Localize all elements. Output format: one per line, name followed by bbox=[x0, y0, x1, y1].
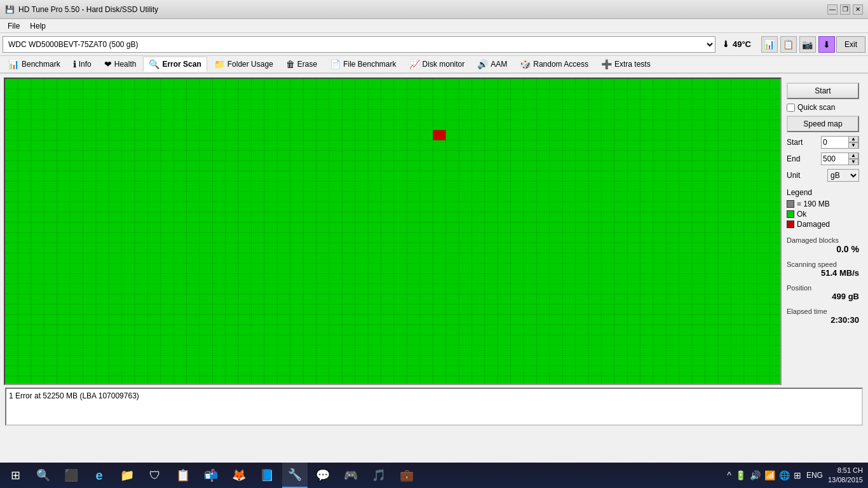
folder-usage-tab-label: Folder Usage bbox=[227, 60, 273, 69]
right-panel: Start Quick scan Speed map Start ▲ ▼ End bbox=[782, 78, 864, 385]
tab-health[interactable]: ❤ Health bbox=[98, 57, 142, 72]
tab-erase[interactable]: 🗑 Erase bbox=[280, 57, 323, 72]
taskbar: ⊞ 🔍 ⬛ e 📁 🛡 📋 📬 🦊 📘 🔧 💬 🎮 🎵 💼 ^ 🔋 🔊 📶 🌐 … bbox=[0, 463, 868, 488]
taskbar-media[interactable]: 🎵 bbox=[366, 463, 391, 488]
drive-select[interactable]: WDC WD5000BEVT-75ZAT0 (500 gB) bbox=[3, 36, 715, 53]
tab-info[interactable]: ℹ Info bbox=[67, 57, 97, 72]
health-tab-label: Health bbox=[114, 60, 137, 69]
tab-error-scan[interactable]: 🔍 Error Scan bbox=[143, 57, 207, 72]
end-value[interactable] bbox=[822, 153, 848, 165]
tray-globe[interactable]: 🌐 bbox=[779, 470, 790, 480]
taskbar-mail[interactable]: 📬 bbox=[198, 463, 224, 488]
menu-file[interactable]: File bbox=[3, 20, 25, 32]
end-label: End bbox=[787, 154, 800, 163]
start-value[interactable] bbox=[822, 137, 848, 148]
language-selector[interactable]: ENG bbox=[806, 471, 823, 480]
quick-scan-label: Quick scan bbox=[797, 103, 835, 112]
taskbar-search[interactable]: 🔍 bbox=[31, 463, 56, 488]
legend-title: Legend bbox=[787, 188, 859, 197]
tab-random-access[interactable]: 🎲 Random Access bbox=[514, 57, 594, 72]
tray-network[interactable]: 📶 bbox=[764, 470, 775, 480]
extra-tests-tab-label: Extra tests bbox=[614, 60, 651, 69]
error-log-entry: 1 Error at 52250 MB (LBA 107009763) bbox=[9, 391, 859, 400]
start-decrement[interactable]: ▼ bbox=[848, 142, 858, 149]
close-window-button[interactable]: ✕ bbox=[853, 4, 863, 15]
error-scan-tab-icon: 🔍 bbox=[149, 59, 159, 69]
start-button[interactable]: Start bbox=[787, 83, 859, 99]
legend-block-size: = 190 MB bbox=[787, 200, 859, 208]
toolbar-icon-3[interactable]: 📷 bbox=[799, 36, 816, 53]
tray-battery[interactable]: 🔋 bbox=[735, 470, 746, 480]
taskbar-defender[interactable]: 🛡 bbox=[142, 463, 168, 488]
benchmark-tab-icon: 📊 bbox=[8, 59, 19, 69]
taskbar-task-view[interactable]: ⬛ bbox=[58, 463, 84, 488]
tab-disk-monitor[interactable]: 📈 Disk monitor bbox=[403, 57, 471, 72]
taskbar-edge[interactable]: e bbox=[86, 463, 112, 488]
speed-map-button[interactable]: Speed map bbox=[787, 116, 859, 132]
info-tab-label: Info bbox=[79, 60, 92, 69]
taskbar-app7[interactable]: 📘 bbox=[254, 463, 280, 488]
folder-usage-tab-icon: 📁 bbox=[214, 59, 225, 69]
tab-benchmark[interactable]: 📊 Benchmark bbox=[3, 57, 66, 72]
toolbar-icon-1[interactable]: 📊 bbox=[761, 36, 778, 53]
system-tray: ^ 🔋 🔊 📶 🌐 ⊞ bbox=[727, 470, 801, 480]
tab-aam[interactable]: 🔊 AAM bbox=[471, 57, 513, 72]
end-increment[interactable]: ▲ bbox=[848, 152, 858, 159]
damaged-blocks-value: 0.0 % bbox=[787, 244, 859, 254]
error-log: 1 Error at 52250 MB (LBA 107009763) bbox=[5, 388, 863, 426]
end-decrement[interactable]: ▼ bbox=[848, 159, 858, 165]
legend-block-size-label: = 190 MB bbox=[797, 200, 830, 208]
tab-folder-usage[interactable]: 📁 Folder Usage bbox=[208, 57, 279, 72]
taskbar-app8[interactable]: 🔧 bbox=[282, 463, 308, 488]
elapsed-time-value: 2:30:30 bbox=[787, 315, 859, 325]
erase-tab-icon: 🗑 bbox=[286, 59, 295, 69]
disk-monitor-tab-icon: 📈 bbox=[409, 59, 420, 69]
aam-tab-label: AAM bbox=[491, 60, 507, 69]
elapsed-time-section: Elapsed time 2:30:30 bbox=[787, 308, 859, 325]
system-clock[interactable]: 8:51 CH 13/08/2015 bbox=[828, 466, 863, 485]
app-icon: 💾 bbox=[5, 5, 15, 14]
elapsed-time-label: Elapsed time bbox=[787, 308, 859, 315]
taskbar-app10[interactable]: 🎮 bbox=[338, 463, 363, 488]
scanning-speed-value: 51.4 MB/s bbox=[787, 268, 859, 278]
toolbar-icon-4[interactable]: ⬇ bbox=[818, 36, 835, 53]
quick-scan-checkbox[interactable] bbox=[787, 104, 795, 112]
error-scan-tab-label: Error Scan bbox=[162, 60, 201, 69]
clock-time: 8:51 CH bbox=[828, 466, 863, 475]
exit-button[interactable]: Exit bbox=[836, 36, 865, 53]
taskbar-app12[interactable]: 💼 bbox=[394, 463, 419, 488]
taskbar-explorer[interactable]: 📁 bbox=[114, 463, 140, 488]
quick-scan-row: Quick scan bbox=[787, 103, 859, 112]
minimize-button[interactable]: — bbox=[827, 4, 837, 15]
taskbar-app4[interactable]: 📋 bbox=[170, 463, 196, 488]
app-window: 💾 HD Tune Pro 5.50 - Hard Disk/SSD Utili… bbox=[0, 0, 868, 463]
taskbar-firefox[interactable]: 🦊 bbox=[226, 463, 252, 488]
scan-grid-canvas bbox=[5, 79, 782, 385]
legend-red-box bbox=[787, 220, 794, 228]
tab-extra-tests[interactable]: ➕ Extra tests bbox=[595, 57, 656, 72]
end-spinners: ▲ ▼ bbox=[848, 152, 858, 165]
start-button-taskbar[interactable]: ⊞ bbox=[3, 463, 28, 488]
taskbar-app9[interactable]: 💬 bbox=[310, 463, 336, 488]
tray-expand[interactable]: ^ bbox=[727, 470, 731, 480]
menu-help[interactable]: Help bbox=[25, 20, 51, 32]
tab-file-benchmark[interactable]: 📄 File Benchmark bbox=[324, 57, 402, 72]
start-label: Start bbox=[787, 138, 803, 147]
info-tab-icon: ℹ bbox=[73, 59, 76, 69]
restore-button[interactable]: ❐ bbox=[840, 4, 850, 15]
title-bar: 💾 HD Tune Pro 5.50 - Hard Disk/SSD Utili… bbox=[0, 0, 868, 19]
position-value: 499 gB bbox=[787, 292, 859, 301]
tray-volume[interactable]: 🔊 bbox=[750, 470, 761, 480]
app-title: HD Tune Pro 5.50 - Hard Disk/SSD Utility bbox=[18, 5, 158, 14]
position-label: Position bbox=[787, 284, 859, 292]
taskbar-left: ⊞ 🔍 ⬛ e 📁 🛡 📋 📬 🦊 📘 🔧 💬 🎮 🎵 💼 bbox=[3, 463, 419, 488]
unit-select[interactable]: MB gB TB bbox=[827, 169, 859, 182]
start-increment[interactable]: ▲ bbox=[848, 136, 858, 142]
end-field-row: End ▲ ▼ bbox=[787, 152, 859, 165]
end-input[interactable]: ▲ ▼ bbox=[821, 152, 859, 165]
start-input[interactable]: ▲ ▼ bbox=[821, 136, 859, 149]
start-spinners: ▲ ▼ bbox=[848, 136, 858, 149]
disk-monitor-tab-label: Disk monitor bbox=[423, 60, 465, 69]
toolbar-icon-2[interactable]: 📋 bbox=[780, 36, 797, 53]
tray-notifications[interactable]: ⊞ bbox=[794, 470, 801, 480]
